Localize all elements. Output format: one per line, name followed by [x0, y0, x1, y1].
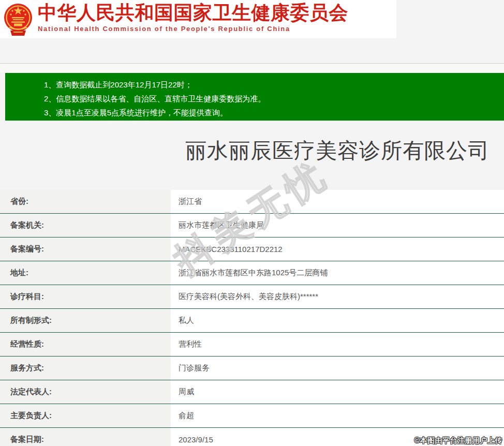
table-row: 备案机关:丽水市莲都区卫生健康局 [0, 214, 504, 237]
field-value: 医疗美容科(美容外科、美容皮肤科)****** [171, 285, 504, 308]
field-value: 门诊服务 [171, 356, 504, 380]
field-value: 浙江省 [171, 190, 504, 213]
site-title-english: National Health Commission of the People… [38, 25, 348, 33]
record-table: 省份:浙江省备案机关:丽水市莲都区卫生健康局备案编号:MACEKBC233311… [0, 190, 504, 446]
table-row: 备案编号:MACEKBC2333110217D2212 [0, 237, 504, 261]
table-row: 所有制形式:私人 [0, 309, 504, 333]
field-label: 备案日期: [0, 428, 171, 446]
notice-line: 2、信息数据结果以各省、自治区、直辖市卫生健康委数据为准。 [44, 92, 504, 106]
notice-box: 1、查询数据截止到2023年12月17日22时；2、信息数据结果以各省、自治区、… [5, 73, 504, 121]
field-value: MACEKBC2333110217D2212 [171, 237, 504, 261]
field-label: 备案机关: [0, 214, 171, 237]
china-national-emblem-icon [3, 2, 33, 38]
field-label: 法定代表人: [0, 380, 171, 404]
copyright-watermark: ©本图由平台注册用户上传 [414, 436, 502, 445]
table-row: 服务方式:门诊服务 [0, 356, 504, 380]
field-value: 私人 [171, 309, 504, 332]
site-header: 中华人民共和国国家卫生健康委员会 National Health Commiss… [0, 0, 396, 38]
field-label: 地址: [0, 261, 171, 285]
field-label: 经营性质: [0, 333, 171, 356]
field-value: 周威 [171, 380, 504, 404]
header-titles: 中华人民共和国国家卫生健康委员会 National Health Commiss… [38, 0, 348, 33]
field-label: 诊疗科目: [0, 285, 171, 308]
table-row: 经营性质:营利性 [0, 333, 504, 356]
sub-header-strip [0, 64, 504, 73]
table-row: 诊疗科目:医疗美容科(美容外科、美容皮肤科)****** [0, 285, 504, 309]
field-label: 服务方式: [0, 356, 171, 380]
table-row: 地址:浙江省丽水市莲都区中东路1025号二层商铺 [0, 261, 504, 285]
field-value: 丽水市莲都区卫生健康局 [171, 214, 504, 237]
field-label: 所有制形式: [0, 309, 171, 332]
field-value: 俞超 [171, 404, 504, 427]
field-value: 营利性 [171, 333, 504, 356]
site-title-chinese: 中华人民共和国国家卫生健康委员会 [38, 3, 348, 24]
notice-line: 1、查询数据截止到2023年12月17日22时； [44, 78, 504, 92]
table-row: 主要负责人:俞超 [0, 404, 504, 428]
field-label: 主要负责人: [0, 404, 171, 427]
record-title: 丽水丽辰医疗美容诊所有限公司 [171, 137, 504, 165]
table-row: 法定代表人:周威 [0, 380, 504, 404]
field-label: 备案编号: [0, 237, 171, 261]
field-label: 省份: [0, 190, 171, 213]
field-value: 浙江省丽水市莲都区中东路1025号二层商铺 [171, 261, 504, 285]
table-row: 省份:浙江省 [0, 190, 504, 214]
notice-line: 3、凌晨1点至凌晨5点系统进行维护，不能提供查询。 [44, 106, 504, 120]
